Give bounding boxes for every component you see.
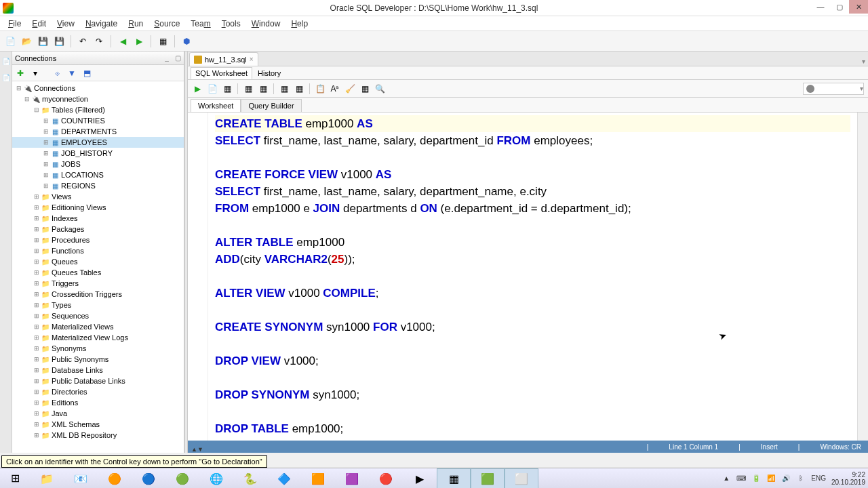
expand-icon[interactable]: ⊞ (33, 193, 41, 200)
connection-selector[interactable]: ▾ (803, 83, 864, 95)
collapse-button[interactable]: ⬒ (80, 66, 94, 80)
expand-icon[interactable]: ⊟ (23, 96, 31, 102)
sql-worksheet-button[interactable]: ▦ (155, 34, 170, 49)
back-button[interactable]: ◀ (115, 34, 130, 49)
menu-run[interactable]: Run (123, 18, 149, 30)
expand-icon[interactable]: ⊞ (33, 215, 41, 222)
tree-node[interactable]: ⊞📁Database Links (12, 365, 184, 375)
expand-icon[interactable]: ⊞ (33, 269, 41, 276)
autotrace-button[interactable]: ▦ (241, 82, 255, 96)
to-uppercase-button[interactable]: Aᵃ (328, 82, 342, 96)
menu-help[interactable]: Help (285, 18, 313, 30)
expand-icon[interactable]: ⊞ (42, 150, 50, 157)
rollback-button[interactable]: ▦ (292, 82, 306, 96)
menu-source[interactable]: Source (149, 18, 185, 30)
close-button[interactable]: ✕ (849, 0, 868, 14)
expand-icon[interactable]: ⊞ (42, 128, 50, 135)
expand-icon[interactable]: ⊞ (33, 204, 41, 211)
tray-battery-icon[interactable]: 🔋 (751, 474, 761, 483)
expand-icon[interactable]: ⊞ (42, 161, 50, 167)
panel-maximize-icon[interactable]: ▢ (173, 54, 182, 63)
tree-node[interactable]: ⊟🔌Connections (12, 83, 184, 94)
tree-node[interactable]: ⊞▦JOB_HISTORY (12, 148, 184, 159)
tree-node[interactable]: ⊞📁Synonyms (12, 343, 184, 354)
expand-icon[interactable]: ⊞ (33, 367, 41, 373)
expand-icon[interactable]: ⊞ (33, 410, 41, 417)
expand-icon[interactable]: ⊞ (33, 226, 41, 232)
vertical-scrollbar[interactable] (857, 113, 868, 441)
tree-node[interactable]: ⊞📁Indexes (12, 213, 184, 224)
tree-node[interactable]: ⊟🔌myconnection (12, 94, 184, 104)
expand-icon[interactable]: ⊞ (42, 117, 50, 124)
editor-tab-hw113[interactable]: hw_11_3.sql × (189, 52, 258, 66)
expand-icon[interactable]: ⊞ (42, 182, 50, 189)
tree-node[interactable]: ⊞📁Packages (12, 224, 184, 235)
expand-icon[interactable]: ⊞ (33, 388, 41, 395)
tree-node[interactable]: ⊞▦DEPARTMENTS (12, 126, 184, 137)
tree-node[interactable]: ⊞▦JOBS (12, 159, 184, 169)
open-button[interactable]: 📂 (19, 34, 34, 49)
panel-minimize-icon[interactable]: _ (162, 54, 172, 63)
expand-icon[interactable]: ⊞ (42, 171, 50, 178)
tree-node[interactable]: ⊞📁XML DB Repository (12, 430, 184, 441)
tree-node[interactable]: ⊞📁Directories (12, 386, 184, 397)
tree-node[interactable]: ⊟📁Tables (Filtered) (12, 104, 184, 115)
clear-button[interactable]: 🧹 (343, 82, 357, 96)
sql-worksheet-tab[interactable]: SQL Worksheet (191, 67, 252, 79)
editor-nav-arrows[interactable]: ▲▼ (191, 446, 203, 453)
tray-language[interactable]: ENG (811, 474, 826, 482)
expand-icon[interactable]: ⊞ (33, 302, 41, 308)
task-app3[interactable]: 🟠 (98, 468, 132, 488)
expand-icon[interactable]: ⊞ (33, 432, 41, 439)
new-connection-button[interactable]: ✚ (14, 66, 27, 80)
expand-icon[interactable]: ⊞ (33, 247, 41, 254)
save-all-button[interactable]: 💾 (52, 34, 66, 49)
menu-edit[interactable]: Edit (26, 18, 52, 30)
expand-icon[interactable]: ⊞ (33, 323, 41, 330)
tree-node[interactable]: ⊞▦REGIONS (12, 180, 184, 191)
tree-node[interactable]: ⊞📁Editions (12, 397, 184, 408)
task-whatsapp[interactable]: 🟢 (165, 468, 199, 488)
save-button[interactable]: 💾 (35, 34, 50, 49)
dba-button[interactable]: ⬢ (179, 34, 194, 49)
task-acrobat[interactable]: 🔴 (369, 468, 403, 488)
minimize-button[interactable]: — (811, 0, 830, 14)
tree-node[interactable]: ⊞📁Materialized View Logs (12, 332, 184, 343)
start-button[interactable]: ⊞ (0, 468, 30, 489)
tree-node[interactable]: ⊞📁Crossedition Triggers (12, 289, 184, 300)
find-button[interactable]: 🔍 (373, 82, 387, 96)
sql-history-button[interactable]: ▦ (358, 82, 372, 96)
expand-icon[interactable]: ⊞ (33, 399, 41, 406)
unshared-worksheet-button[interactable]: 📋 (313, 82, 327, 96)
menu-team[interactable]: Team (185, 18, 216, 30)
tree-node[interactable]: ⊞📁Public Synonyms (12, 354, 184, 365)
menu-tools[interactable]: Tools (216, 18, 246, 30)
menu-view[interactable]: View (52, 18, 80, 30)
expand-icon[interactable]: ⊞ (33, 378, 41, 384)
history-tab[interactable]: History (254, 68, 285, 79)
menu-file[interactable]: File (3, 18, 26, 30)
connections-tree[interactable]: ⊟🔌Connections⊟🔌myconnection⊟📁Tables (Fil… (12, 81, 184, 453)
tree-node[interactable]: ⊞📁Sequences (12, 310, 184, 321)
tree-node[interactable]: ⊞📁Types (12, 300, 184, 310)
expand-icon[interactable]: ⊞ (33, 258, 41, 265)
tray-keyboard-icon[interactable]: ⌨ (736, 474, 746, 483)
tray-show-hidden-icon[interactable]: ▲ (722, 474, 731, 483)
tree-node[interactable]: ⊞▦COUNTRIES (12, 115, 184, 126)
expand-icon[interactable]: ⊞ (33, 334, 41, 341)
task-chrome[interactable]: 🌐 (199, 468, 233, 488)
commit-button[interactable]: ▦ (277, 82, 291, 96)
new-button[interactable]: 📄 (3, 34, 18, 49)
tab-close-icon[interactable]: × (250, 56, 254, 63)
task-outlook[interactable]: 📧 (64, 468, 98, 488)
expand-icon[interactable]: ⊞ (33, 237, 41, 243)
reports-tab[interactable]: 📄 (1, 54, 11, 68)
tree-node[interactable]: ⊞📁Queues Tables (12, 267, 184, 278)
tree-node[interactable]: ⊞📁XML Schemas (12, 419, 184, 430)
tree-node[interactable]: ⊞📁Functions (12, 245, 184, 256)
tree-node[interactable]: ⊞📁Views (12, 191, 184, 202)
task-app15[interactable]: ⬜ (505, 468, 538, 488)
expand-icon[interactable]: ⊟ (15, 85, 23, 92)
menu-window[interactable]: Window (246, 18, 286, 30)
maximize-button[interactable]: ▢ (830, 0, 849, 14)
